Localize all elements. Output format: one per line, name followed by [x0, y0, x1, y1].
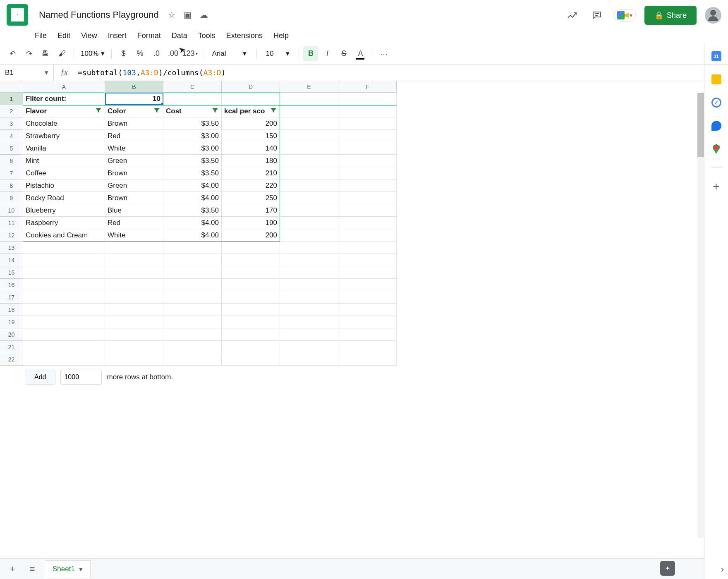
maps-icon[interactable]	[711, 144, 721, 154]
column-header-A[interactable]: A	[23, 81, 105, 93]
filter-icon[interactable]	[95, 107, 102, 116]
row-header-18[interactable]: 18	[0, 304, 23, 316]
cell-A11[interactable]: Raspberry	[23, 217, 105, 229]
cell-D5[interactable]: 140	[222, 142, 280, 155]
more-toolbar-button[interactable]: ⋯	[376, 46, 391, 61]
cell-D19[interactable]	[222, 316, 280, 328]
contacts-icon[interactable]	[711, 121, 721, 131]
row-header-15[interactable]: 15	[0, 266, 23, 279]
cell-B22[interactable]	[105, 353, 163, 366]
cell-B3[interactable]: Brown	[105, 117, 163, 130]
cell-E7[interactable]	[280, 167, 338, 179]
tasks-icon[interactable]	[711, 98, 721, 108]
cell-E2[interactable]	[280, 105, 338, 117]
cell-C15[interactable]	[163, 266, 222, 279]
row-header-16[interactable]: 16	[0, 279, 23, 291]
cell-F6[interactable]	[338, 155, 397, 167]
cell-E22[interactable]	[280, 353, 338, 366]
cell-B8[interactable]: Green	[105, 179, 163, 192]
cell-A4[interactable]: Strawberry	[23, 130, 105, 142]
cell-D13[interactable]	[222, 242, 280, 254]
activity-icon[interactable]	[564, 7, 580, 24]
decrease-decimal-button[interactable]: .0	[149, 46, 164, 61]
row-header-9[interactable]: 9	[0, 192, 23, 204]
cell-C16[interactable]	[163, 279, 222, 291]
row-header-21[interactable]: 21	[0, 341, 23, 353]
filter-icon[interactable]	[211, 107, 219, 116]
cell-C13[interactable]	[163, 242, 222, 254]
cell-E6[interactable]	[280, 155, 338, 167]
spreadsheet-grid[interactable]: ABCDEF1Filter count:102FlavorColorCostkc…	[0, 81, 704, 404]
name-box[interactable]: B1 ▾	[0, 65, 54, 81]
row-header-8[interactable]: 8	[0, 179, 23, 192]
cell-B20[interactable]	[105, 328, 163, 341]
cell-E5[interactable]	[280, 142, 338, 155]
cell-F21[interactable]	[338, 341, 397, 353]
cell-F13[interactable]	[338, 242, 397, 254]
increase-decimal-button[interactable]: .00	[165, 46, 180, 61]
font-select[interactable]: Arial▾	[206, 49, 252, 58]
cell-F14[interactable]	[338, 254, 397, 266]
formula-input[interactable]: =subtotal(103,A3:D)/columns(A3:D)	[74, 68, 728, 77]
menu-view[interactable]: View	[76, 30, 102, 42]
row-header-22[interactable]: 22	[0, 353, 23, 366]
cell-A8[interactable]: Pistachio	[23, 179, 105, 192]
menu-file[interactable]: File	[30, 30, 52, 42]
cell-F10[interactable]	[338, 204, 397, 217]
cell-E1[interactable]	[280, 93, 338, 105]
cell-F3[interactable]	[338, 117, 397, 130]
cell-D6[interactable]: 180	[222, 155, 280, 167]
font-size-select[interactable]: 10▾	[261, 49, 295, 58]
cell-D21[interactable]	[222, 341, 280, 353]
menu-format[interactable]: Format	[132, 30, 166, 42]
row-header-1[interactable]: 1	[0, 93, 23, 105]
cell-F12[interactable]	[338, 229, 397, 242]
cell-D11[interactable]: 190	[222, 217, 280, 229]
cell-B19[interactable]	[105, 316, 163, 328]
strikethrough-button[interactable]: S	[336, 46, 351, 61]
row-header-10[interactable]: 10	[0, 204, 23, 217]
cell-B4[interactable]: Red	[105, 130, 163, 142]
share-button[interactable]: 🔒 Share	[644, 6, 697, 25]
cell-E17[interactable]	[280, 291, 338, 304]
star-icon[interactable]: ☆	[168, 10, 175, 20]
cell-B13[interactable]	[105, 242, 163, 254]
cell-A7[interactable]: Coffee	[23, 167, 105, 179]
cell-E14[interactable]	[280, 254, 338, 266]
row-header-12[interactable]: 12	[0, 229, 23, 242]
cell-B2[interactable]: Color	[105, 105, 163, 117]
cell-C7[interactable]: $3.50	[163, 167, 222, 179]
account-avatar[interactable]	[705, 7, 721, 24]
comments-icon[interactable]	[589, 7, 605, 24]
cell-F7[interactable]	[338, 167, 397, 179]
cell-E21[interactable]	[280, 341, 338, 353]
format-currency-button[interactable]: $	[116, 46, 131, 61]
menu-insert[interactable]: Insert	[103, 30, 132, 42]
cell-C17[interactable]	[163, 291, 222, 304]
row-header-6[interactable]: 6	[0, 155, 23, 167]
cell-E18[interactable]	[280, 304, 338, 316]
cell-A17[interactable]	[23, 291, 105, 304]
select-all-corner[interactable]	[0, 81, 23, 93]
cell-C6[interactable]: $3.50	[163, 155, 222, 167]
cell-B5[interactable]: White	[105, 142, 163, 155]
cell-B21[interactable]	[105, 341, 163, 353]
cell-D3[interactable]: 200	[222, 117, 280, 130]
cell-B14[interactable]	[105, 254, 163, 266]
cell-E12[interactable]	[280, 229, 338, 242]
text-color-button[interactable]: A	[353, 46, 368, 61]
cell-F2[interactable]	[338, 105, 397, 117]
row-header-14[interactable]: 14	[0, 254, 23, 266]
more-formats-button[interactable]: 123▾	[182, 46, 197, 61]
sheet-tab-active[interactable]: Sheet1 ▾	[45, 560, 91, 578]
row-header-4[interactable]: 4	[0, 130, 23, 142]
cell-D4[interactable]: 150	[222, 130, 280, 142]
row-header-5[interactable]: 5	[0, 142, 23, 155]
column-header-D[interactable]: D	[222, 81, 280, 93]
cell-F4[interactable]	[338, 130, 397, 142]
cell-A3[interactable]: Chocolate	[23, 117, 105, 130]
row-header-17[interactable]: 17	[0, 291, 23, 304]
cell-A9[interactable]: Rocky Road	[23, 192, 105, 204]
cell-E20[interactable]	[280, 328, 338, 341]
add-sheet-button[interactable]: +	[5, 562, 20, 577]
